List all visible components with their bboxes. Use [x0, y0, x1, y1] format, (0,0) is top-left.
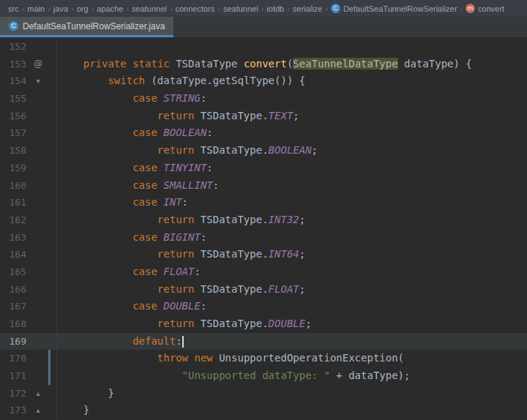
code-text[interactable]: } [57, 385, 527, 402]
breadcrumb-item-defaultseatunnelrowserializer[interactable]: CDefaultSeaTunnelRowSerializer [329, 4, 460, 13]
chevron-up-gutter-icon[interactable]: ▴ [26, 385, 50, 402]
token: static [132, 58, 170, 70]
code-line-153[interactable]: 153@ private static TSDataType convert(S… [0, 56, 527, 73]
code-text[interactable]: return TSDataType.BOOLEAN; [57, 142, 527, 160]
code-text[interactable]: case BOOLEAN: [57, 124, 527, 142]
gutter[interactable]: 153@ [0, 56, 57, 73]
code-line-166[interactable]: 166 return TSDataType.FLOAT; [0, 281, 527, 299]
vcs-change-marker [48, 367, 51, 385]
token [59, 214, 157, 225]
code-text[interactable]: return TSDataType.INT64; [57, 246, 527, 263]
breadcrumb-item-apache[interactable]: apache [94, 4, 125, 13]
gutter[interactable]: 166 [0, 281, 57, 299]
gutter[interactable]: 163 [0, 229, 57, 247]
chevron-down-gutter-icon[interactable]: ▾ [26, 72, 50, 90]
code-text[interactable]: case STRING: [57, 90, 527, 108]
code-line-172[interactable]: 172▴ } [0, 385, 527, 402]
code-text[interactable]: return TSDataType.TEXT; [57, 108, 527, 125]
code-line-156[interactable]: 156 return TSDataType.TEXT; [0, 108, 527, 125]
gutter[interactable]: 154▾ [0, 72, 57, 90]
token: ; [299, 214, 305, 225]
gutter[interactable]: 152 [0, 38, 57, 56]
code-line-163[interactable]: 163 case BIGINT: [0, 229, 527, 247]
code-line-173[interactable]: 173▴ } [0, 402, 527, 419]
code-text[interactable]: case SMALLINT: [57, 177, 527, 195]
gutter[interactable]: 171 [0, 367, 57, 385]
code-text[interactable]: case BIGINT: [57, 229, 527, 247]
breadcrumb-item-org[interactable]: org [75, 4, 91, 13]
breadcrumb-item-convert[interactable]: mconvert [463, 4, 507, 13]
gutter[interactable]: 173▴ [0, 402, 57, 419]
token: case [132, 127, 157, 138]
method-icon: m [466, 4, 475, 13]
code-line-155[interactable]: 155 case STRING: [0, 90, 527, 108]
breadcrumb-label: iotdb [266, 4, 284, 13]
gutter[interactable]: 164 [0, 246, 57, 263]
gutter[interactable]: 158 [0, 142, 57, 160]
token: BIGINT [163, 231, 201, 243]
code-text[interactable]: throw new UnsupportedOperationException( [57, 350, 527, 367]
code-line-158[interactable]: 158 return TSDataType.BOOLEAN; [0, 142, 527, 160]
code-text[interactable]: return TSDataType.FLOAT; [57, 281, 527, 299]
code-text[interactable]: } [57, 402, 527, 419]
code-line-161[interactable]: 161 case INT: [0, 194, 527, 211]
code-line-162[interactable]: 162 return TSDataType.INT32; [0, 211, 527, 229]
code-text[interactable]: case INT: [57, 194, 527, 211]
code-line-170[interactable]: 170 throw new UnsupportedOperationExcept… [0, 350, 527, 367]
breadcrumb-item-connectors[interactable]: connectors [173, 4, 217, 13]
token: ; [293, 110, 299, 121]
breadcrumb-item-serialize[interactable]: serialize [291, 4, 324, 13]
code-line-164[interactable]: 164 return TSDataType.INT64; [0, 246, 527, 263]
gutter[interactable]: 157 [0, 124, 57, 142]
editor-tab[interactable]: CDefaultSeaTunnelRowSerializer.java [0, 17, 173, 37]
gutter[interactable]: 155 [0, 90, 57, 108]
code-text[interactable] [57, 38, 527, 56]
gutter[interactable]: 165 [0, 263, 57, 281]
gutter[interactable]: 156 [0, 108, 57, 125]
token [59, 300, 132, 312]
gutter[interactable]: 161 [0, 194, 57, 211]
line-number: 173 [0, 402, 26, 419]
gutter[interactable]: 167 [0, 298, 57, 315]
breadcrumb-item-main[interactable]: main [25, 4, 47, 13]
code-text[interactable]: switch (dataType.getSqlType()) { [57, 72, 527, 90]
code-line-171[interactable]: 171 "Unsupported dataType: " + dataType)… [0, 367, 527, 385]
code-line-165[interactable]: 165 case FLOAT: [0, 263, 527, 281]
code-text[interactable]: return TSDataType.DOUBLE; [57, 315, 527, 333]
code-line-167[interactable]: 167 case DOUBLE: [0, 298, 527, 315]
code-editor[interactable]: 152153@ private static TSDataType conver… [0, 38, 527, 420]
gutter[interactable]: 170 [0, 350, 57, 367]
gutter[interactable]: 168 [0, 315, 57, 333]
code-text[interactable]: case TINYINT: [57, 160, 527, 177]
gutter[interactable]: 159 [0, 160, 57, 177]
gutter[interactable]: 160 [0, 177, 57, 195]
gutter[interactable]: 162 [0, 211, 57, 229]
gutter[interactable]: 169 [0, 333, 57, 350]
gutter[interactable]: 172▴ [0, 385, 57, 402]
code-line-169[interactable]: 169 default: [0, 333, 527, 350]
breadcrumb-item-seatunnel[interactable]: seatunnel [221, 4, 261, 13]
breadcrumb-item-src[interactable]: src [6, 4, 21, 13]
breadcrumb-item-java[interactable]: java [51, 4, 70, 13]
code-text[interactable]: return TSDataType.INT32; [57, 211, 527, 229]
token: BOOLEAN [269, 144, 312, 156]
code-line-168[interactable]: 168 return TSDataType.DOUBLE; [0, 315, 527, 333]
breadcrumb-item-iotdb[interactable]: iotdb [264, 4, 286, 13]
code-text[interactable]: default: [57, 333, 527, 350]
at-gutter-icon[interactable]: @ [26, 56, 50, 73]
code-line-159[interactable]: 159 case TINYINT: [0, 160, 527, 177]
token: new [194, 352, 212, 364]
code-text[interactable]: case FLOAT: [57, 263, 527, 281]
token: TSDataType. [194, 248, 268, 260]
line-number: 152 [0, 38, 26, 56]
chevron-up-gutter-icon[interactable]: ▴ [26, 402, 50, 419]
token: case [132, 179, 157, 191]
code-text[interactable]: case DOUBLE: [57, 298, 527, 315]
breadcrumb-item-seatunnel[interactable]: seatunnel [130, 4, 169, 13]
code-line-160[interactable]: 160 case SMALLINT: [0, 177, 527, 195]
code-text[interactable]: private static TSDataType convert(SeaTun… [57, 56, 527, 73]
code-line-157[interactable]: 157 case BOOLEAN: [0, 124, 527, 142]
code-text[interactable]: "Unsupported dataType: " + dataType); [57, 367, 527, 385]
code-line-154[interactable]: 154▾ switch (dataType.getSqlType()) { [0, 72, 527, 90]
code-line-152[interactable]: 152 [0, 38, 527, 56]
